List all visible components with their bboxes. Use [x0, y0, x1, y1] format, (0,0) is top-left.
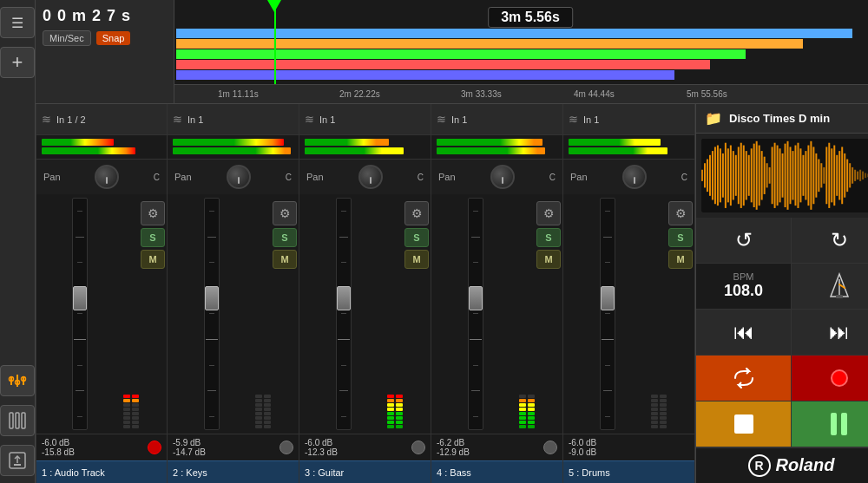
- ch1-pan-knob[interactable]: [95, 165, 119, 189]
- ch1-record-button[interactable]: [148, 441, 161, 454]
- ch3-name-bar: 3 : Guitar: [299, 460, 431, 483]
- ch5-mute-button[interactable]: M: [668, 250, 693, 269]
- ch4-mute-button[interactable]: M: [536, 250, 561, 269]
- ch2-wave-icon: ≋: [173, 113, 182, 126]
- eq-button[interactable]: [0, 365, 35, 396]
- svg-rect-57: [815, 153, 817, 198]
- ch1-db-top: -6.0 dB: [42, 438, 75, 447]
- ch1-gear-button[interactable]: ⚙: [141, 201, 165, 225]
- svg-rect-40: [772, 147, 773, 204]
- waveform-svg: [701, 139, 868, 212]
- svg-rect-74: [859, 170, 861, 181]
- ch5-wave-icon: ≋: [569, 113, 578, 126]
- ch5-fader-track[interactable]: [600, 198, 615, 430]
- stop-button[interactable]: [696, 401, 792, 447]
- ch5-bottom: -6.0 dB -9.0 dB: [563, 434, 694, 460]
- ch3-fader-track[interactable]: [336, 198, 352, 430]
- metronome-button[interactable]: [792, 264, 868, 309]
- svg-rect-44: [782, 153, 784, 198]
- mini-track-4: [176, 60, 710, 69]
- ch5-meter-bar2: [569, 147, 667, 154]
- ch2-pan-knob[interactable]: [227, 165, 251, 189]
- ch1-fader-handle[interactable]: [73, 286, 87, 310]
- svg-rect-56: [812, 147, 814, 204]
- time-display: 0 0 m 2 7 s: [43, 7, 167, 25]
- redo-button[interactable]: ↻: [792, 218, 868, 263]
- svg-rect-13: [701, 170, 703, 181]
- export-button[interactable]: [0, 445, 35, 476]
- svg-rect-85: [836, 295, 843, 298]
- ch3-solo-button[interactable]: S: [404, 228, 429, 247]
- ch4-fader-track[interactable]: [468, 198, 483, 430]
- add-track-button[interactable]: +: [0, 47, 35, 78]
- mixer-icon: [8, 411, 27, 430]
- min-sec-button[interactable]: Min/Sec: [43, 30, 91, 46]
- ch3-meter-bar2: [305, 147, 404, 154]
- ch1-mute-button[interactable]: M: [141, 250, 165, 269]
- ch2-record-button[interactable]: [279, 441, 293, 454]
- svg-rect-28: [740, 143, 742, 208]
- ch4-fader-handle[interactable]: [469, 286, 483, 310]
- ch2-fader-track[interactable]: [204, 198, 220, 430]
- undo-button[interactable]: ↺: [696, 218, 792, 263]
- loop-button[interactable]: [696, 356, 792, 401]
- ch3-mute-button[interactable]: M: [404, 250, 429, 269]
- ch5-pan-knob[interactable]: [622, 165, 647, 189]
- timeline-ruler-area: 3m 5.56s 1m 11.11s 2m: [174, 0, 868, 103]
- ch3-gear-button[interactable]: ⚙: [404, 201, 429, 225]
- svg-rect-31: [748, 155, 750, 196]
- ch4-record-button[interactable]: [543, 441, 557, 454]
- ch3-record-button[interactable]: [411, 441, 425, 454]
- record-button[interactable]: [792, 356, 868, 401]
- svg-rect-55: [810, 141, 812, 210]
- ch3-pan-knob[interactable]: [358, 165, 383, 189]
- ch1-fader-track[interactable]: [72, 198, 88, 430]
- ch5-input: In 1: [583, 114, 599, 125]
- ch4-pan-knob[interactable]: [490, 165, 515, 189]
- mixer-view-button[interactable]: [0, 405, 35, 436]
- snap-button[interactable]: Snap: [96, 31, 131, 45]
- ch1-buttons-col: ⚙ S M: [141, 198, 165, 430]
- rewind-button[interactable]: ⏮: [696, 310, 792, 355]
- mini-track-3: [176, 49, 746, 59]
- folder-icon: 📁: [705, 110, 722, 127]
- pause-bars-icon: [831, 413, 847, 435]
- ch4-gear-button[interactable]: ⚙: [536, 201, 561, 225]
- ch1-pan-center: C: [154, 173, 160, 182]
- ch3-fader-handle[interactable]: [337, 286, 351, 310]
- ch5-gear-button[interactable]: ⚙: [668, 201, 693, 225]
- svg-rect-63: [831, 148, 832, 202]
- pause-button[interactable]: [792, 401, 868, 447]
- ch5-fader-section: ⚙ S M: [563, 194, 694, 434]
- ch2-fader-handle[interactable]: [205, 286, 219, 310]
- svg-rect-42: [777, 145, 779, 206]
- roland-text-logo: Roland: [776, 455, 835, 475]
- ch1-fader-col: [38, 198, 122, 430]
- bpm-label: BPM: [733, 271, 754, 282]
- ch4-solo-button[interactable]: S: [536, 228, 561, 247]
- ch3-pan-label: Pan: [306, 172, 324, 182]
- svg-rect-73: [857, 172, 858, 179]
- menu-button[interactable]: ☰: [0, 7, 35, 38]
- playhead-marker: [267, 0, 281, 12]
- ch2-gear-button[interactable]: ⚙: [273, 201, 297, 225]
- ch1-top: ≋ In 1 / 2: [36, 104, 167, 135]
- ch5-vu-meters: [651, 198, 667, 430]
- ch5-top: ≋ In 1: [563, 104, 694, 135]
- ch3-db-top: -6.0 dB: [305, 438, 338, 447]
- ch5-fader-handle[interactable]: [601, 286, 615, 310]
- svg-rect-76: [865, 173, 866, 178]
- ch2-solo-button[interactable]: S: [273, 228, 297, 247]
- ch3-wave-icon: ≋: [305, 113, 314, 126]
- ch1-solo-button[interactable]: S: [141, 228, 165, 247]
- left-sidebar: ☰ +: [0, 0, 36, 483]
- svg-rect-49: [794, 145, 796, 206]
- playhead-line: [274, 0, 276, 84]
- ch2-mute-button[interactable]: M: [273, 250, 297, 269]
- ch5-pan-row: Pan C: [563, 160, 694, 194]
- ch4-pan-label: Pan: [438, 172, 456, 182]
- svg-rect-26: [735, 155, 737, 196]
- ch5-solo-button[interactable]: S: [668, 228, 693, 247]
- fast-forward-button[interactable]: ⏭: [792, 310, 868, 355]
- svg-rect-66: [838, 151, 840, 199]
